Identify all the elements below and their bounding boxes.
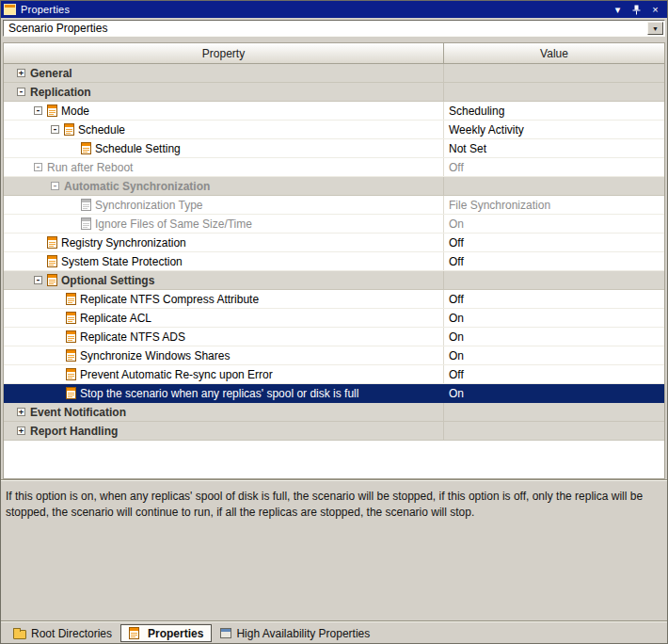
grid-row[interactable]: Synchronization Type File Synchronizatio… (4, 196, 664, 215)
grid-row-category[interactable]: - Replication (4, 83, 664, 102)
collapse-toggle-icon[interactable]: - (51, 182, 59, 190)
value-cell (444, 422, 664, 440)
collapse-toggle-icon[interactable]: - (34, 163, 42, 171)
combo-bar: Scenario Properties ▼ (1, 18, 667, 39)
collapse-toggle-icon[interactable]: - (34, 106, 42, 115)
property-cell: Schedule Setting (4, 139, 444, 157)
property-cell: - Mode (4, 102, 444, 120)
property-label: Automatic Synchronization (64, 180, 210, 193)
property-label: Replication (30, 86, 91, 99)
property-cell: Registry Synchronization (4, 233, 444, 251)
value-cell (444, 177, 664, 195)
property-label: Replicate NTFS ADS (80, 330, 185, 344)
value-cell: Off (444, 158, 664, 176)
grid-row[interactable]: Registry Synchronization Off (4, 233, 664, 252)
grid-row[interactable]: Ignore Files of Same Size/Time On (4, 215, 664, 233)
property-label: System State Protection (61, 255, 183, 268)
collapse-toggle-icon[interactable]: - (17, 88, 25, 96)
chevron-down-icon: ▼ (652, 25, 659, 32)
property-page-icon (66, 349, 76, 362)
value-cell: Off (444, 252, 664, 270)
value-cell: Weekly Activity (444, 121, 664, 138)
grid-row[interactable]: Replicate NTFS Compress Attribute Off (4, 290, 664, 309)
grid-row[interactable]: Synchronize Windows Shares On (4, 346, 664, 365)
expand-toggle-icon[interactable]: + (17, 408, 25, 416)
property-label: Event Notification (30, 406, 126, 419)
grid-row-category[interactable]: + Report Handling (4, 422, 664, 441)
folder-icon (13, 630, 26, 639)
properties-window-icon (4, 4, 16, 15)
collapse-toggle-icon[interactable]: - (34, 276, 42, 284)
property-cell: Synchronize Windows Shares (4, 346, 444, 364)
property-cell: - Optional Settings (4, 271, 444, 289)
property-page-icon (66, 293, 76, 305)
property-cell: + Event Notification (4, 403, 444, 421)
property-grid: Property Value + General - Replication - (3, 42, 665, 479)
collapse-toggle-icon[interactable]: - (51, 125, 59, 134)
dropdown-selected-value: Scenario Properties (4, 22, 647, 35)
grid-row[interactable]: - Schedule Weekly Activity (4, 121, 664, 139)
value-cell (444, 403, 664, 421)
tab-root-directories[interactable]: Root Directories (5, 624, 120, 642)
tab-high-availability-properties[interactable]: High Availability Properties (212, 624, 378, 642)
scenario-properties-dropdown[interactable]: Scenario Properties ▼ (3, 20, 665, 37)
property-label: Prevent Automatic Re-sync upon Error (80, 368, 273, 381)
grid-row-category[interactable]: + General (4, 64, 664, 83)
bottom-tab-bar: Root Directories Properties High Availab… (1, 620, 667, 644)
property-page-icon (66, 312, 76, 324)
property-cell: + Report Handling (4, 422, 444, 440)
grid-row-category[interactable]: + Event Notification (4, 403, 664, 422)
property-label: Replicate ACL (80, 312, 151, 325)
property-page-icon (47, 274, 57, 286)
property-label: Mode (61, 105, 89, 118)
grid-row[interactable]: Schedule Setting Not Set (4, 139, 664, 158)
property-label: Registry Synchronization (61, 236, 186, 250)
window-menu-button[interactable]: ▾ (611, 4, 625, 16)
property-label: Ignore Files of Same Size/Time (95, 217, 252, 231)
value-cell (444, 83, 664, 101)
tab-label: Properties (148, 627, 203, 640)
grid-row[interactable]: Prevent Automatic Re-sync upon Error Off (4, 365, 664, 384)
property-page-icon (81, 217, 91, 230)
property-cell: Synchronization Type (4, 196, 444, 214)
property-cell: Prevent Automatic Re-sync upon Error (4, 365, 444, 383)
grid-header: Property Value (4, 43, 664, 64)
grid-row-subcategory[interactable]: - Optional Settings (4, 271, 664, 290)
auto-hide-pin-button[interactable] (629, 4, 644, 16)
expand-toggle-icon[interactable]: + (17, 427, 25, 435)
value-cell: On (444, 309, 664, 327)
value-cell: On (444, 346, 664, 364)
column-header-value: Value (444, 43, 664, 63)
property-page-icon (66, 330, 76, 343)
property-cell: - Replication (4, 83, 444, 101)
property-cell: - Run after Reboot (4, 158, 444, 176)
property-cell: Stop the scenario when any replicas' spo… (4, 384, 444, 402)
grid-row[interactable]: Replicate ACL On (4, 309, 664, 328)
value-cell (444, 64, 664, 82)
grid-row[interactable]: Replicate NTFS ADS On (4, 328, 664, 346)
property-page-icon (47, 105, 57, 117)
property-page-icon (47, 255, 57, 267)
grid-row[interactable]: System State Protection Off (4, 252, 664, 271)
grid-row-subcategory[interactable]: - Automatic Synchronization (4, 177, 664, 196)
property-cell: System State Protection (4, 252, 444, 270)
property-cell: - Schedule (4, 121, 444, 138)
tab-properties[interactable]: Properties (120, 624, 212, 642)
grid-empty-area (4, 441, 664, 478)
property-page-icon (81, 142, 91, 154)
high-availability-icon (220, 628, 231, 638)
properties-panel: Properties ▾ × Scenario Properties ▼ Pro… (0, 0, 668, 644)
value-cell: Off (444, 233, 664, 251)
grid-row[interactable]: - Run after Reboot Off (4, 158, 664, 177)
dropdown-arrow-button[interactable]: ▼ (647, 22, 663, 35)
tab-label: High Availability Properties (236, 627, 370, 640)
close-icon: × (652, 4, 658, 16)
push-pin-icon (632, 5, 641, 15)
close-button[interactable]: × (648, 4, 662, 16)
property-description: If this option is on, when any replicas'… (1, 479, 667, 620)
property-cell: Replicate ACL (4, 309, 444, 327)
grid-row[interactable]: - Mode Scheduling (4, 102, 664, 121)
expand-toggle-icon[interactable]: + (17, 69, 25, 77)
value-cell: Off (444, 365, 664, 383)
grid-row-selected[interactable]: Stop the scenario when any replicas' spo… (4, 384, 664, 403)
